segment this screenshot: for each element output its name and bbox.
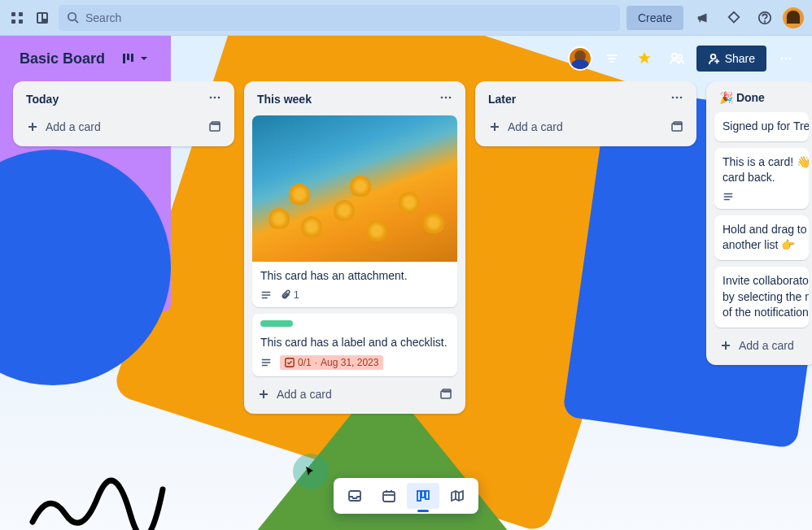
logo-icon[interactable] <box>33 5 52 31</box>
list-today: Today Add a card <box>13 81 234 146</box>
svg-rect-63 <box>426 491 429 499</box>
svg-point-24 <box>214 97 216 99</box>
plus-icon <box>488 120 501 133</box>
filter-icon[interactable] <box>599 46 625 72</box>
attachment-icon <box>280 289 291 301</box>
svg-rect-61 <box>417 491 421 501</box>
card[interactable]: This card has an attachment. 1 <box>252 115 457 307</box>
megaphone-icon[interactable] <box>690 5 716 31</box>
svg-point-46 <box>680 97 683 99</box>
add-card-button[interactable]: Add a card <box>483 115 688 138</box>
svg-point-45 <box>676 97 679 99</box>
template-icon[interactable] <box>439 388 452 401</box>
add-card-button[interactable]: Add a card <box>714 334 809 357</box>
checklist-icon <box>285 358 295 367</box>
due-date-badge: 0/1 · Aug 31, 2023 <box>280 355 383 370</box>
add-card-button[interactable]: Add a card <box>252 383 457 406</box>
star-icon[interactable] <box>631 46 657 72</box>
svg-point-7 <box>68 13 76 20</box>
svg-line-8 <box>75 20 78 23</box>
svg-rect-57 <box>383 492 395 502</box>
svg-rect-12 <box>127 54 129 60</box>
members-icon[interactable] <box>664 46 690 72</box>
board-view-icon <box>121 51 136 66</box>
svg-point-17 <box>672 54 677 59</box>
list-this-week: This week This card has an attachment. 1 <box>244 81 465 414</box>
svg-rect-5 <box>38 14 41 22</box>
svg-rect-13 <box>131 54 133 62</box>
board-member-avatar[interactable] <box>568 46 592 71</box>
create-button[interactable]: Create <box>626 6 683 30</box>
search-icon <box>67 11 79 24</box>
svg-point-23 <box>210 97 212 99</box>
user-avatar[interactable] <box>783 7 804 28</box>
list-title[interactable]: 🎉 Done <box>719 91 765 104</box>
board-header: Basic Board Share <box>0 36 812 81</box>
card[interactable]: This is a card! 👋 Scard back. <box>714 148 809 209</box>
board-lists: Today Add a card This week <box>0 81 812 520</box>
svg-rect-62 <box>421 491 425 497</box>
plus-icon <box>26 120 39 133</box>
list-done: 🎉 Done Signed up for Trel This is a card… <box>706 81 812 365</box>
card[interactable]: Signed up for Trel <box>714 112 809 141</box>
view-board-icon[interactable] <box>407 483 439 509</box>
list-menu-icon[interactable] <box>208 91 221 107</box>
template-icon[interactable] <box>208 120 221 133</box>
view-inbox-icon[interactable] <box>338 483 371 509</box>
svg-rect-11 <box>123 54 125 63</box>
view-calendar-icon[interactable] <box>373 483 405 509</box>
svg-point-32 <box>449 97 452 99</box>
svg-point-25 <box>218 97 220 99</box>
view-switcher-toolbar <box>334 478 478 514</box>
svg-rect-6 <box>43 14 46 19</box>
search-bar[interactable] <box>59 5 620 31</box>
board-view-switcher[interactable] <box>121 51 149 66</box>
svg-point-44 <box>672 97 674 99</box>
svg-rect-1 <box>19 12 23 16</box>
card[interactable]: Invite collaboratorby selecting the mof … <box>714 267 809 328</box>
view-map-icon[interactable] <box>441 483 474 509</box>
list-menu-icon[interactable] <box>670 91 683 107</box>
svg-point-30 <box>441 97 443 99</box>
svg-point-21 <box>785 58 788 60</box>
svg-point-10 <box>765 21 766 22</box>
svg-point-22 <box>789 58 792 60</box>
card-label-green <box>260 320 293 327</box>
card[interactable]: Hold and drag to manother list 👉 <box>714 215 809 260</box>
cursor-indicator <box>293 454 329 489</box>
svg-point-31 <box>445 97 447 99</box>
search-input[interactable] <box>85 11 612 24</box>
board-title[interactable]: Basic Board <box>13 47 111 71</box>
svg-point-19 <box>710 54 715 59</box>
list-menu-icon[interactable] <box>439 91 452 107</box>
apps-icon[interactable] <box>8 5 27 31</box>
svg-rect-0 <box>11 12 15 16</box>
notification-icon[interactable] <box>721 5 747 31</box>
plus-icon <box>719 339 732 352</box>
description-icon <box>260 289 272 301</box>
list-title[interactable]: Later <box>488 93 516 106</box>
svg-rect-56 <box>349 491 360 501</box>
share-person-icon <box>708 53 720 65</box>
card-text: This card has a label and a checklist. <box>260 335 449 351</box>
help-icon[interactable] <box>752 5 778 31</box>
chevron-down-icon <box>139 54 149 63</box>
svg-point-18 <box>678 55 682 59</box>
top-navigation: Create <box>0 0 812 36</box>
list-title[interactable]: Today <box>26 93 59 106</box>
board-menu-icon[interactable] <box>773 46 799 72</box>
card-cover-image <box>252 115 457 262</box>
svg-rect-3 <box>19 20 23 24</box>
add-card-button[interactable]: Add a card <box>21 115 226 138</box>
template-icon[interactable] <box>670 120 683 133</box>
card[interactable]: This card has a label and a checklist. 0… <box>252 314 457 377</box>
svg-point-20 <box>781 58 784 60</box>
list-later: Later Add a card <box>475 81 696 146</box>
share-button[interactable]: Share <box>696 46 766 72</box>
plus-icon <box>257 388 270 401</box>
list-title[interactable]: This week <box>257 93 312 106</box>
description-icon <box>260 357 272 368</box>
attachment-badge: 1 <box>280 289 299 301</box>
description-icon <box>723 191 734 202</box>
card-text: This card has an attachment. <box>260 268 449 285</box>
